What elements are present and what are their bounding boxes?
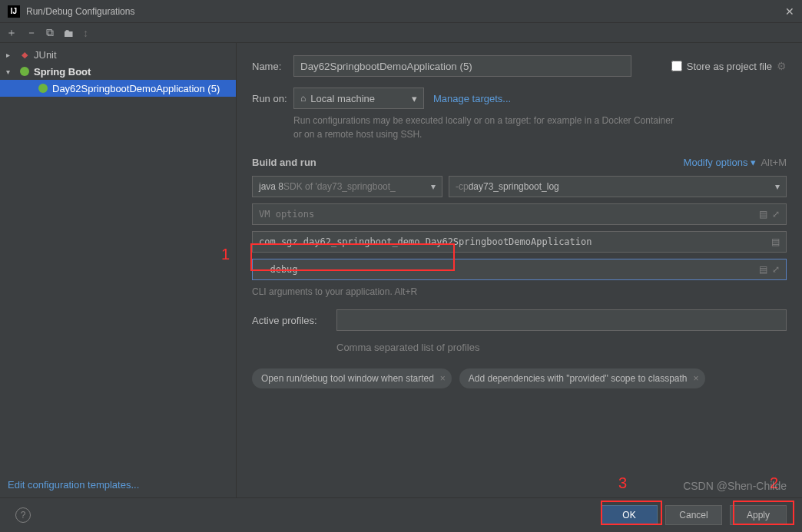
option-chips: Open run/debug tool window when started … bbox=[252, 368, 787, 388]
cancel-button[interactable]: Cancel bbox=[665, 505, 722, 525]
edit-templates-link[interactable]: Edit configuration templates... bbox=[8, 479, 139, 491]
expand-icon[interactable]: ⤢ bbox=[772, 264, 780, 275]
store-checkbox[interactable]: Store as project file bbox=[671, 61, 772, 72]
watermark: CSDN @Shen-Childe bbox=[683, 480, 787, 492]
runon-value: Local machine bbox=[310, 93, 375, 104]
expand-icon[interactable]: ⤢ bbox=[772, 209, 780, 220]
dialog-buttons: OK Cancel Apply bbox=[601, 505, 787, 525]
toolbar: ＋ － ⧉ 🖿 ↕ bbox=[0, 23, 802, 43]
copy-icon[interactable]: ⧉ bbox=[46, 26, 54, 39]
title-bar: IJ Run/Debug Configurations ✕ bbox=[0, 0, 802, 23]
main-class-input[interactable] bbox=[259, 236, 771, 247]
config-form: Name: Store as project file ⚙ Run on: ⌂ … bbox=[237, 43, 802, 497]
name-input[interactable] bbox=[293, 55, 631, 77]
close-icon[interactable]: × bbox=[694, 373, 699, 384]
bottom-bar: ? OK Cancel Apply bbox=[0, 497, 802, 532]
profiles-row: Active profiles: bbox=[252, 309, 787, 331]
tree-label: Spring Boot bbox=[34, 66, 91, 78]
ok-button[interactable]: OK bbox=[601, 505, 658, 525]
tree-node-springboot[interactable]: ▾ Spring Boot bbox=[0, 63, 236, 80]
tree-label: Day62SpringbootDemoApplication (5) bbox=[52, 83, 220, 94]
runon-label: Run on: bbox=[252, 93, 293, 104]
apply-button[interactable]: Apply bbox=[730, 505, 787, 525]
store-checkbox-label: Store as project file bbox=[687, 61, 772, 72]
sort-icon[interactable]: ↕ bbox=[83, 27, 88, 39]
classpath-dropdown[interactable]: -cp day73_springboot_log ▾ bbox=[449, 176, 787, 197]
help-icon[interactable]: ? bbox=[15, 507, 31, 523]
program-args-field[interactable]: ▤⤢ bbox=[252, 259, 787, 280]
chevron-down-icon: ▾ bbox=[751, 157, 756, 168]
close-icon[interactable]: × bbox=[440, 373, 446, 384]
profiles-label: Active profiles: bbox=[252, 315, 336, 326]
main-area: ▸ ◆ JUnit ▾ Spring Boot Day62SpringbootD… bbox=[0, 43, 802, 497]
modify-options-link[interactable]: Modify options ▾ bbox=[684, 157, 757, 168]
section-title: Build and run bbox=[252, 157, 684, 168]
sdk-row: java 8 SDK of 'day73_springboot_ ▾ -cp d… bbox=[252, 176, 787, 197]
sdk-value: java 8 bbox=[259, 181, 283, 192]
vm-options-field[interactable]: ▤⤢ bbox=[252, 203, 787, 225]
footer-left: Edit configuration templates... bbox=[8, 479, 139, 491]
runon-dropdown[interactable]: ⌂ Local machine ▾ bbox=[293, 88, 424, 109]
chip-label: Add dependencies with "provided" scope t… bbox=[469, 373, 688, 384]
profiles-input[interactable] bbox=[336, 309, 787, 331]
list-icon[interactable]: ▤ bbox=[771, 236, 780, 247]
name-label: Name: bbox=[252, 61, 293, 72]
expand-icon[interactable]: ▸ bbox=[6, 51, 15, 59]
program-args-input[interactable] bbox=[259, 264, 759, 275]
junit-icon: ◆ bbox=[18, 48, 31, 61]
main-class-field[interactable]: ▤ bbox=[252, 231, 787, 253]
args-hint: CLI arguments to your application. Alt+R bbox=[252, 286, 787, 297]
app-icon: IJ bbox=[8, 5, 20, 18]
close-icon[interactable]: ✕ bbox=[785, 5, 794, 18]
shortcut-hint: Alt+M bbox=[761, 157, 787, 168]
manage-targets-link[interactable]: Manage targets... bbox=[433, 93, 511, 104]
spring-icon bbox=[18, 65, 31, 78]
runon-row: Run on: ⌂ Local machine ▾ Manage targets… bbox=[252, 88, 787, 109]
runon-hint: Run configurations may be executed local… bbox=[293, 114, 678, 141]
chevron-down-icon: ▾ bbox=[775, 181, 780, 192]
tree-node-config-selected[interactable]: Day62SpringbootDemoApplication (5) bbox=[0, 80, 236, 97]
list-icon[interactable]: ▤ bbox=[759, 209, 767, 220]
sdk-suffix: SDK of 'day73_springboot_ bbox=[283, 181, 396, 192]
spring-icon bbox=[37, 82, 49, 94]
list-icon[interactable]: ▤ bbox=[759, 264, 767, 275]
window-title: Run/Debug Configurations bbox=[26, 6, 785, 17]
config-tree: ▸ ◆ JUnit ▾ Spring Boot Day62SpringbootD… bbox=[0, 43, 237, 497]
collapse-icon[interactable]: ▾ bbox=[6, 68, 15, 76]
remove-icon[interactable]: － bbox=[26, 26, 37, 40]
store-checkbox-input[interactable] bbox=[671, 61, 682, 71]
cp-value: day73_springboot_log bbox=[469, 181, 559, 192]
build-run-header: Build and run Modify options ▾ Alt+M bbox=[252, 157, 787, 168]
gear-icon[interactable]: ⚙ bbox=[777, 60, 787, 72]
add-icon[interactable]: ＋ bbox=[6, 26, 17, 40]
tree-node-junit[interactable]: ▸ ◆ JUnit bbox=[0, 46, 236, 63]
vm-options-input[interactable] bbox=[259, 209, 759, 220]
profiles-hint: Comma separated list of profiles bbox=[336, 342, 787, 353]
name-row: Name: Store as project file ⚙ bbox=[252, 55, 787, 77]
chip-open-tool-window[interactable]: Open run/debug tool window when started … bbox=[252, 368, 452, 388]
tree-label: JUnit bbox=[34, 49, 57, 61]
chevron-down-icon: ▾ bbox=[431, 181, 436, 192]
home-icon: ⌂ bbox=[300, 93, 306, 104]
sdk-dropdown[interactable]: java 8 SDK of 'day73_springboot_ ▾ bbox=[252, 176, 442, 197]
cp-prefix: -cp bbox=[456, 181, 469, 192]
chevron-down-icon: ▾ bbox=[412, 93, 417, 104]
folder-icon[interactable]: 🖿 bbox=[63, 27, 74, 39]
chip-provided-scope[interactable]: Add dependencies with "provided" scope t… bbox=[459, 368, 705, 388]
chip-label: Open run/debug tool window when started bbox=[261, 373, 434, 384]
